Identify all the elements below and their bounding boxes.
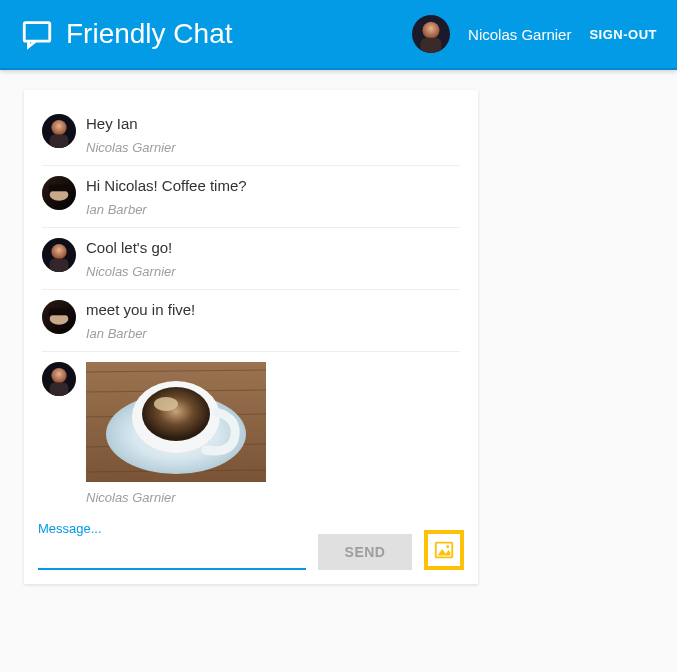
image-icon [428, 534, 460, 566]
svg-point-27 [142, 387, 210, 441]
message-row: Hey IanNicolas Garnier [42, 104, 460, 166]
svg-rect-0 [24, 23, 50, 41]
svg-rect-15 [49, 309, 69, 316]
message-body: Hi Nicolas! Coffee time?Ian Barber [86, 176, 460, 217]
message-avatar [42, 300, 76, 334]
message-text: Cool let's go! [86, 238, 460, 256]
message-text: Hi Nicolas! Coffee time? [86, 176, 460, 194]
message-sender: Nicolas Garnier [86, 140, 460, 155]
message-text: Hey Ian [86, 114, 460, 132]
message-sender: Nicolas Garnier [86, 490, 460, 505]
svg-rect-9 [49, 185, 69, 192]
message-avatar [42, 362, 76, 396]
message-sender: Nicolas Garnier [86, 264, 460, 279]
message-row: meet you in five!Ian Barber [42, 290, 460, 352]
svg-rect-6 [50, 134, 69, 148]
sign-out-button[interactable]: SIGN-OUT [589, 27, 657, 42]
message-input[interactable] [38, 548, 306, 570]
message-sender: Ian Barber [86, 202, 460, 217]
attach-image-button[interactable] [424, 530, 464, 570]
message-body: Cool let's go!Nicolas Garnier [86, 238, 460, 279]
svg-point-17 [51, 368, 66, 383]
svg-point-11 [51, 244, 66, 259]
message-input-wrap: Message... [38, 521, 306, 570]
chat-card: Hey IanNicolas GarnierHi Nicolas! Coffee… [24, 90, 478, 584]
svg-point-30 [446, 545, 449, 548]
svg-rect-3 [421, 38, 442, 53]
message-row: Hi Nicolas! Coffee time?Ian Barber [42, 166, 460, 228]
app-title: Friendly Chat [66, 18, 233, 50]
message-avatar [42, 238, 76, 272]
message-avatar [42, 114, 76, 148]
message-body: meet you in five!Ian Barber [86, 300, 460, 341]
message-text: meet you in five! [86, 300, 460, 318]
app-header: Friendly Chat Nicolas Garnier SIGN-OUT [0, 0, 677, 70]
message-row: Nicolas Garnier [42, 352, 460, 515]
message-sender: Ian Barber [86, 326, 460, 341]
svg-point-28 [154, 397, 178, 411]
messages-list: Hey IanNicolas GarnierHi Nicolas! Coffee… [38, 104, 464, 515]
header-left: Friendly Chat [20, 17, 233, 51]
user-name: Nicolas Garnier [468, 26, 571, 43]
svg-point-5 [51, 120, 66, 135]
svg-point-2 [423, 22, 440, 39]
message-avatar [42, 176, 76, 210]
chat-icon [20, 17, 54, 51]
message-row: Cool let's go!Nicolas Garnier [42, 228, 460, 290]
user-avatar[interactable] [412, 15, 450, 53]
header-right: Nicolas Garnier SIGN-OUT [412, 15, 657, 53]
send-button[interactable]: SEND [318, 534, 412, 570]
message-body: Nicolas Garnier [86, 362, 460, 505]
compose-row: Message... SEND [38, 515, 464, 570]
message-input-label: Message... [38, 521, 306, 536]
svg-rect-18 [50, 382, 69, 396]
message-body: Hey IanNicolas Garnier [86, 114, 460, 155]
message-image[interactable] [86, 362, 266, 482]
svg-rect-12 [50, 258, 69, 272]
